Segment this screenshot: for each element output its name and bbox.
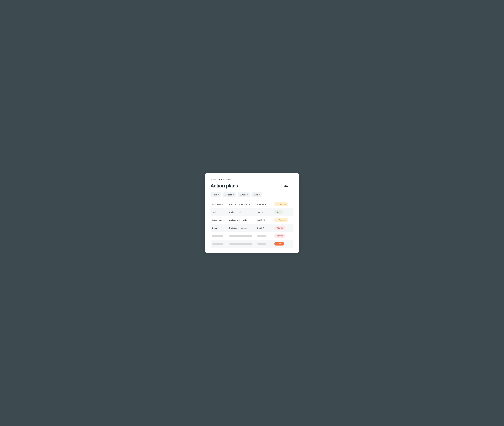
cell-owner	[257, 243, 273, 245]
filter-owner[interactable]: Owner▾	[238, 192, 250, 197]
year-nav: ‹ 2024 ›	[281, 184, 293, 188]
cell-pilier: Gouvernance	[212, 219, 228, 221]
table-row[interactable]: SocialParity objectiveJames P.Done	[211, 208, 293, 216]
table-row[interactable]: Delayed	[211, 232, 293, 240]
cell-status: Delayed	[275, 234, 292, 238]
status-badge: In Progress	[275, 218, 288, 222]
filters-row: Pilier▾Objectif▾Owner▾State▾	[211, 192, 293, 197]
table-row[interactable]: GouvernanceAnti-corruption policyJudith …	[211, 216, 293, 224]
status-badge: In Progress	[275, 202, 288, 206]
cell-objectif	[229, 243, 256, 245]
cell-objectif: Parity objective	[229, 211, 256, 213]
table-row[interactable]: ControlParticipation trackingSarah D.Del…	[211, 224, 293, 232]
status-badge: Delayed	[275, 226, 285, 230]
cell-status: Delayed	[275, 226, 292, 230]
cell-owner: Judith M.	[257, 219, 273, 221]
year-prev-button[interactable]: ‹	[281, 184, 283, 188]
filter-label-pilier: Pilier	[213, 194, 217, 196]
status-badge: At risk	[275, 242, 284, 246]
cell-owner: Sarah D.	[257, 227, 273, 229]
breadcrumb-parent[interactable]: Actions	[211, 178, 217, 180]
status-badge: Delayed	[275, 234, 285, 238]
cell-status: In Progress	[275, 202, 292, 206]
filter-label-state: State	[253, 194, 258, 196]
chevron-down-icon: ▾	[233, 194, 234, 196]
cell-status: Done	[275, 210, 292, 214]
placeholder-pilier	[212, 235, 223, 237]
table-row[interactable]: EnvironmentReduce CO2 emissionsCharles A…	[211, 200, 293, 208]
cell-objectif: Participation tracking	[229, 227, 256, 229]
filter-objectif[interactable]: Objectif▾	[223, 192, 236, 197]
header-row: Action plans ‹ 2024 ›	[211, 183, 293, 189]
cell-pilier: Environment	[212, 203, 228, 206]
table-row[interactable]: At risk	[211, 240, 293, 248]
filter-state[interactable]: State▾	[251, 192, 262, 197]
placeholder-objectif	[229, 243, 252, 245]
placeholder-objectif	[229, 235, 252, 237]
breadcrumb-separator: ›	[218, 178, 218, 180]
page-title: Action plans	[211, 183, 238, 189]
main-card: Actions › Plan of actions Action plans ‹…	[205, 173, 299, 253]
chevron-down-icon: ▾	[259, 194, 260, 196]
cell-pilier: Social	[212, 211, 228, 213]
cell-objectif: Anti-corruption policy	[229, 219, 256, 221]
filter-pilier[interactable]: Pilier▾	[211, 192, 221, 197]
chevron-down-icon: ▾	[247, 194, 248, 196]
year-label: 2024	[284, 185, 290, 187]
cell-status: At risk	[275, 242, 292, 246]
breadcrumb: Actions › Plan of actions	[211, 178, 293, 180]
placeholder-owner	[257, 235, 266, 237]
year-next-button[interactable]: ›	[291, 184, 293, 188]
placeholder-owner	[257, 243, 266, 245]
filter-label-objectif: Objectif	[225, 194, 232, 196]
actions-table: EnvironmentReduce CO2 emissionsCharles A…	[211, 200, 293, 248]
cell-owner: Charles A.	[257, 203, 273, 206]
cell-pilier	[212, 243, 228, 245]
placeholder-pilier	[212, 243, 223, 245]
cell-objectif: Reduce CO2 emissions	[229, 203, 256, 206]
status-badge: Done	[275, 210, 283, 214]
cell-pilier: Control	[212, 227, 228, 229]
cell-owner: James P.	[257, 211, 273, 213]
cell-objectif	[229, 235, 256, 237]
cell-status: In Progress	[275, 218, 292, 222]
cell-pilier	[212, 235, 228, 237]
filter-label-owner: Owner	[240, 194, 245, 196]
cell-owner	[257, 235, 273, 237]
breadcrumb-current: Plan of actions	[219, 178, 231, 180]
chevron-down-icon: ▾	[218, 194, 219, 196]
